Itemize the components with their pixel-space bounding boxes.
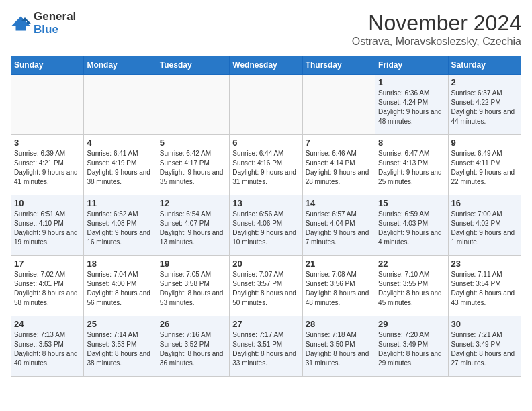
calendar-cell: 25Sunrise: 7:14 AMSunset: 3:53 PMDayligh… — [84, 316, 157, 377]
calendar-cell: 18Sunrise: 7:04 AMSunset: 4:00 PMDayligh… — [84, 256, 157, 316]
logo-general: General — [34, 10, 76, 23]
day-detail: Sunrise: 6:44 AMSunset: 4:16 PMDaylight:… — [232, 149, 299, 187]
day-number: 29 — [378, 319, 445, 329]
calendar-cell: 5Sunrise: 6:42 AMSunset: 4:17 PMDaylight… — [157, 135, 229, 195]
day-detail: Sunrise: 7:07 AMSunset: 3:57 PMDaylight:… — [232, 270, 299, 308]
day-detail: Sunrise: 6:37 AMSunset: 4:22 PMDaylight:… — [451, 89, 518, 126]
calendar-cell: 12Sunrise: 6:54 AMSunset: 4:07 PMDayligh… — [157, 195, 229, 256]
day-detail: Sunrise: 7:18 AMSunset: 3:50 PMDaylight:… — [306, 330, 372, 368]
weekday-header-tuesday: Tuesday — [157, 56, 229, 75]
calendar-cell: 21Sunrise: 7:08 AMSunset: 3:56 PMDayligh… — [302, 256, 375, 316]
day-number: 20 — [232, 259, 299, 269]
day-detail: Sunrise: 6:52 AMSunset: 4:08 PMDaylight:… — [87, 210, 153, 247]
day-number: 18 — [87, 259, 153, 269]
weekday-header-monday: Monday — [84, 56, 157, 75]
day-detail: Sunrise: 7:04 AMSunset: 4:00 PMDaylight:… — [87, 270, 153, 308]
calendar-cell: 14Sunrise: 6:57 AMSunset: 4:04 PMDayligh… — [302, 195, 375, 256]
day-detail: Sunrise: 7:02 AMSunset: 4:01 PMDaylight:… — [14, 270, 81, 308]
calendar-cell: 9Sunrise: 6:49 AMSunset: 4:11 PMDaylight… — [448, 135, 521, 195]
calendar-cell — [11, 75, 84, 135]
calendar-cell: 15Sunrise: 6:59 AMSunset: 4:03 PMDayligh… — [375, 195, 448, 256]
day-detail: Sunrise: 6:41 AMSunset: 4:19 PMDaylight:… — [87, 149, 153, 187]
logo: General Blue — [11, 11, 76, 36]
day-number: 19 — [160, 259, 226, 269]
day-number: 23 — [451, 259, 518, 269]
calendar-cell: 10Sunrise: 6:51 AMSunset: 4:10 PMDayligh… — [11, 195, 84, 256]
day-number: 6 — [232, 138, 299, 148]
calendar-cell: 27Sunrise: 7:17 AMSunset: 3:51 PMDayligh… — [230, 316, 302, 377]
calendar-cell: 17Sunrise: 7:02 AMSunset: 4:01 PMDayligh… — [11, 256, 84, 316]
day-detail: Sunrise: 7:11 AMSunset: 3:54 PMDaylight:… — [451, 270, 518, 308]
calendar-cell: 22Sunrise: 7:10 AMSunset: 3:55 PMDayligh… — [375, 256, 448, 316]
calendar-cell: 20Sunrise: 7:07 AMSunset: 3:57 PMDayligh… — [230, 256, 302, 316]
calendar-cell: 29Sunrise: 7:20 AMSunset: 3:49 PMDayligh… — [375, 316, 448, 377]
logo-blue: Blue — [34, 23, 58, 36]
day-number: 5 — [160, 138, 226, 148]
day-detail: Sunrise: 7:00 AMSunset: 4:02 PMDaylight:… — [451, 210, 518, 247]
day-detail: Sunrise: 7:08 AMSunset: 3:56 PMDaylight:… — [306, 270, 372, 308]
calendar-cell: 4Sunrise: 6:41 AMSunset: 4:19 PMDaylight… — [84, 135, 157, 195]
calendar-cell: 7Sunrise: 6:46 AMSunset: 4:14 PMDaylight… — [302, 135, 375, 195]
calendar-cell: 13Sunrise: 6:56 AMSunset: 4:06 PMDayligh… — [230, 195, 302, 256]
calendar-cell: 16Sunrise: 7:00 AMSunset: 4:02 PMDayligh… — [448, 195, 521, 256]
day-number: 11 — [87, 198, 153, 208]
calendar-cell: 19Sunrise: 7:05 AMSunset: 3:58 PMDayligh… — [157, 256, 229, 316]
day-detail: Sunrise: 7:21 AMSunset: 3:49 PMDaylight:… — [451, 330, 518, 368]
calendar-cell: 3Sunrise: 6:39 AMSunset: 4:21 PMDaylight… — [11, 135, 84, 195]
day-detail: Sunrise: 6:51 AMSunset: 4:10 PMDaylight:… — [14, 210, 81, 247]
day-detail: Sunrise: 6:39 AMSunset: 4:21 PMDaylight:… — [14, 149, 81, 187]
day-number: 8 — [378, 138, 445, 148]
title-section: November 2024 Ostrava, Moravskoslezsky, … — [352, 11, 521, 48]
day-detail: Sunrise: 6:59 AMSunset: 4:03 PMDaylight:… — [378, 210, 445, 247]
day-number: 3 — [14, 138, 81, 148]
day-detail: Sunrise: 7:14 AMSunset: 3:53 PMDaylight:… — [87, 330, 153, 368]
day-detail: Sunrise: 6:36 AMSunset: 4:24 PMDaylight:… — [378, 89, 445, 126]
calendar-cell: 11Sunrise: 6:52 AMSunset: 4:08 PMDayligh… — [84, 195, 157, 256]
calendar-cell — [84, 75, 157, 135]
day-detail: Sunrise: 7:17 AMSunset: 3:51 PMDaylight:… — [232, 330, 299, 368]
calendar-cell — [302, 75, 375, 135]
calendar-cell — [157, 75, 229, 135]
day-number: 13 — [232, 198, 299, 208]
day-number: 2 — [451, 77, 518, 87]
day-detail: Sunrise: 6:57 AMSunset: 4:04 PMDaylight:… — [306, 210, 372, 247]
calendar-cell: 28Sunrise: 7:18 AMSunset: 3:50 PMDayligh… — [302, 316, 375, 377]
day-detail: Sunrise: 7:13 AMSunset: 3:53 PMDaylight:… — [14, 330, 81, 368]
calendar-cell — [230, 75, 302, 135]
day-detail: Sunrise: 7:10 AMSunset: 3:55 PMDaylight:… — [378, 270, 445, 308]
calendar-cell: 24Sunrise: 7:13 AMSunset: 3:53 PMDayligh… — [11, 316, 84, 377]
day-detail: Sunrise: 6:54 AMSunset: 4:07 PMDaylight:… — [160, 210, 226, 247]
calendar-table: SundayMondayTuesdayWednesdayThursdayFrid… — [11, 56, 521, 377]
day-number: 26 — [160, 319, 226, 329]
month-title: November 2024 — [352, 11, 521, 36]
day-detail: Sunrise: 6:46 AMSunset: 4:14 PMDaylight:… — [306, 149, 372, 187]
weekday-header-saturday: Saturday — [448, 56, 521, 75]
day-number: 4 — [87, 138, 153, 148]
calendar-cell: 1Sunrise: 6:36 AMSunset: 4:24 PMDaylight… — [375, 75, 448, 135]
day-detail: Sunrise: 7:16 AMSunset: 3:52 PMDaylight:… — [160, 330, 226, 368]
day-detail: Sunrise: 6:49 AMSunset: 4:11 PMDaylight:… — [451, 149, 518, 187]
day-number: 17 — [14, 259, 81, 269]
day-number: 1 — [378, 77, 445, 87]
page-header: General Blue November 2024 Ostrava, Mora… — [11, 11, 521, 48]
day-number: 10 — [14, 198, 81, 208]
day-number: 28 — [306, 319, 372, 329]
day-detail: Sunrise: 6:56 AMSunset: 4:06 PMDaylight:… — [232, 210, 299, 247]
day-number: 9 — [451, 138, 518, 148]
weekday-header-thursday: Thursday — [302, 56, 375, 75]
calendar-cell: 26Sunrise: 7:16 AMSunset: 3:52 PMDayligh… — [157, 316, 229, 377]
calendar-cell: 8Sunrise: 6:47 AMSunset: 4:13 PMDaylight… — [375, 135, 448, 195]
calendar-cell: 23Sunrise: 7:11 AMSunset: 3:54 PMDayligh… — [448, 256, 521, 316]
day-number: 14 — [306, 198, 372, 208]
day-number: 27 — [232, 319, 299, 329]
day-number: 24 — [14, 319, 81, 329]
day-detail: Sunrise: 6:47 AMSunset: 4:13 PMDaylight:… — [378, 149, 445, 187]
day-number: 25 — [87, 319, 153, 329]
day-number: 12 — [160, 198, 226, 208]
weekday-header-friday: Friday — [375, 56, 448, 75]
day-detail: Sunrise: 7:20 AMSunset: 3:49 PMDaylight:… — [378, 330, 445, 368]
calendar-cell: 2Sunrise: 6:37 AMSunset: 4:22 PMDaylight… — [448, 75, 521, 135]
calendar-cell: 6Sunrise: 6:44 AMSunset: 4:16 PMDaylight… — [230, 135, 302, 195]
day-number: 22 — [378, 259, 445, 269]
day-number: 15 — [378, 198, 445, 208]
